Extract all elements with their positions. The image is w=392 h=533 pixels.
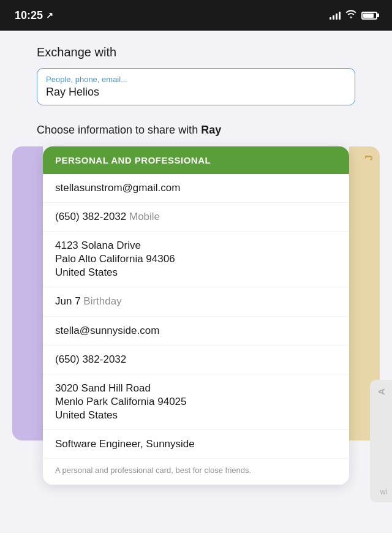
list-item: (650) 382-2032 (43, 346, 349, 374)
card-footer: A personal and professional card, best f… (43, 458, 349, 485)
job-value: Software Engineer, Sunnyside (55, 438, 195, 450)
card-footer-text: A personal and professional card, best f… (55, 465, 337, 476)
battery-icon (361, 12, 377, 20)
card-header: PERSONAL AND PROFESSIONAL (43, 146, 349, 174)
list-item: Software Engineer, Sunnyside (43, 430, 349, 458)
card-stub-far-right-secondary: wi (380, 488, 387, 496)
list-item: stella@sunnyside.com (43, 317, 349, 346)
card-stub-right-label: J (364, 155, 375, 161)
wifi-icon (345, 10, 356, 21)
search-field[interactable]: People, phone, email... Ray Helios (37, 68, 355, 105)
card-header-title: PERSONAL AND PROFESSIONAL (55, 155, 337, 165)
signal-icon (330, 11, 341, 20)
status-bar: 10:25 ↗ (0, 0, 392, 31)
card-stub-far-right-label: A (376, 388, 386, 395)
list-item: stellasunstrom@gmail.com (43, 174, 349, 203)
email2-value: stella@sunnyside.com (55, 325, 159, 336)
choose-label-section: Choose information to share with Ray (0, 118, 392, 146)
card-stub-far-right[interactable]: A wi (370, 380, 392, 502)
exchange-label: Exchange with (37, 45, 355, 59)
card-stub-left[interactable] (12, 146, 43, 440)
email-value: stellasunstrom@gmail.com (55, 182, 180, 194)
list-item: Jun 7 Birthday (43, 287, 349, 316)
address2-value: 3020 Sand Hill Road Menlo Park Californi… (55, 382, 337, 422)
status-time: 10:25 ↗ (15, 9, 53, 22)
list-item: 4123 Solana Drive Palo Alto California 9… (43, 232, 349, 287)
list-item: 3020 Sand Hill Road Menlo Park Californi… (43, 374, 349, 430)
birthday-label: Birthday (83, 295, 121, 307)
phone-label: Mobile (129, 211, 160, 222)
main-card[interactable]: PERSONAL AND PROFESSIONAL stellasunstrom… (43, 146, 349, 485)
phone2-value: (650) 382-2032 (55, 353, 126, 365)
cards-row: PERSONAL AND PROFESSIONAL stellasunstrom… (0, 146, 392, 485)
search-placeholder: People, phone, email... (46, 75, 346, 84)
list-item: (650) 382-2032 Mobile (43, 203, 349, 232)
card-body: stellasunstrom@gmail.com (650) 382-2032 … (43, 174, 349, 458)
time-display: 10:25 (15, 9, 43, 22)
choose-label: Choose information to share with Ray (37, 124, 355, 137)
birthday-value: Jun 7 (55, 295, 83, 307)
phone-value: (650) 382-2032 (55, 211, 129, 222)
search-value: Ray Helios (46, 86, 346, 99)
location-arrow-icon: ↗ (46, 10, 53, 20)
exchange-section: Exchange with People, phone, email... Ra… (0, 31, 392, 118)
status-icons (330, 10, 377, 21)
address1-value: 4123 Solana Drive Palo Alto California 9… (55, 239, 337, 279)
